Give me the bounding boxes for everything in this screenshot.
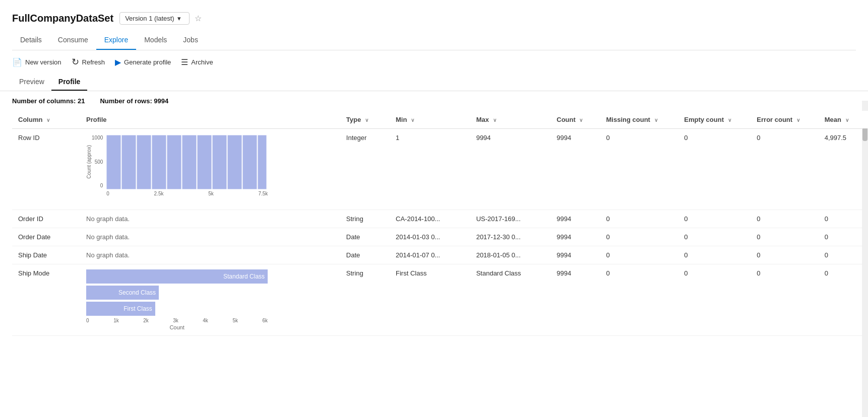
cell-max-orderid: US-2017-169... [470, 210, 551, 228]
tab-explore[interactable]: Explore [96, 31, 136, 50]
cell-min-orderid: CA-2014-100... [390, 210, 470, 228]
cell-missing-orderdate: 0 [600, 228, 678, 246]
cell-profile-shipdate: No graph data. [80, 246, 340, 264]
scrollbar[interactable] [862, 101, 868, 417]
col-header-count[interactable]: Count ∨ [550, 111, 600, 129]
cell-error-shipdate: 0 [751, 246, 818, 264]
y-label-0: 0 [92, 183, 103, 188]
tab-models[interactable]: Models [136, 31, 175, 50]
bar-label-second: Second Class [118, 289, 156, 296]
cell-column-orderdate: Order Date [12, 228, 80, 246]
tab-jobs[interactable]: Jobs [175, 31, 206, 50]
cell-mean-shipmode: 0 [819, 264, 868, 336]
cell-mean-shipdate: 0 [819, 246, 868, 264]
col-header-column[interactable]: Column ∨ [12, 111, 80, 129]
archive-button[interactable]: ☰ Archive [181, 57, 213, 67]
favorite-icon[interactable]: ☆ [195, 14, 202, 23]
archive-icon: ☰ [181, 57, 188, 67]
col-header-missing[interactable]: Missing count ∨ [600, 111, 678, 129]
cell-empty-orderdate: 0 [678, 228, 751, 246]
cell-empty-shipdate: 0 [678, 246, 751, 264]
y-axis-title: Count (approx) [86, 145, 92, 179]
sort-icon-empty: ∨ [728, 117, 731, 123]
svg-rect-7 [212, 135, 227, 189]
tab-consume[interactable]: Consume [50, 31, 96, 50]
app-title: FullCompanyDataSet [12, 13, 113, 24]
cell-mean-rowid: 4,997.5 [819, 129, 868, 210]
new-version-icon: 📄 [12, 57, 22, 67]
version-dropdown[interactable]: Version 1 (latest) ▾ [119, 12, 190, 25]
no-graph-label: No graph data. [86, 215, 130, 223]
cell-count-orderid: 9994 [550, 210, 600, 228]
generate-profile-button[interactable]: ▶ Generate profile [115, 57, 171, 67]
sub-tab-profile[interactable]: Profile [51, 74, 88, 91]
table-row: Ship Mode Standard Class Second Class [12, 264, 868, 336]
cell-max-rowid: 9994 [470, 129, 551, 210]
cell-missing-rowid: 0 [600, 129, 678, 210]
cell-max-orderdate: 2017-12-30 0... [470, 228, 551, 246]
nav-tabs: Details Consume Explore Models Jobs [12, 31, 856, 50]
cell-column-orderid: Order ID [12, 210, 80, 228]
x-axis-labels-shipmode: 0 1k 2k 3k 4k 5k 6k [86, 318, 268, 323]
col-header-error[interactable]: Error count ∨ [751, 111, 818, 129]
col-header-mean[interactable]: Mean ∨ [819, 111, 868, 129]
toolbar: 📄 New version ↻ Refresh ▶ Generate profi… [0, 50, 868, 74]
svg-rect-4 [167, 135, 181, 189]
cell-column-shipdate: Ship Date [12, 246, 80, 264]
sort-icon-count: ∨ [579, 117, 583, 123]
new-version-button[interactable]: 📄 New version [12, 57, 61, 67]
cell-min-orderdate: 2014-01-03 0... [390, 228, 470, 246]
svg-rect-8 [227, 135, 242, 189]
header: FullCompanyDataSet Version 1 (latest) ▾ … [0, 0, 868, 50]
bar-chart-shipmode: Standard Class Second Class Fi [86, 269, 268, 330]
sub-tab-preview[interactable]: Preview [12, 74, 51, 91]
no-graph-label: No graph data. [86, 233, 130, 241]
svg-rect-10 [258, 135, 267, 189]
cell-missing-orderid: 0 [600, 210, 678, 228]
col-header-empty[interactable]: Empty count ∨ [678, 111, 751, 129]
generate-icon: ▶ [115, 57, 121, 67]
cell-type-shipmode: String [340, 264, 390, 336]
cell-error-shipmode: 0 [751, 264, 818, 336]
bar-row-second: Second Class [86, 286, 268, 300]
histogram-rowid: Count (approx) 1000 500 0 [86, 134, 278, 204]
cell-column-rowid: Row ID [12, 129, 80, 210]
tab-details[interactable]: Details [12, 31, 50, 50]
histogram-svg [106, 134, 268, 189]
x-axis-title-shipmode: Count [86, 324, 268, 330]
col-header-type[interactable]: Type ∨ [340, 111, 390, 129]
y-label-500: 500 [92, 159, 103, 165]
cell-profile-shipmode: Standard Class Second Class Fi [80, 264, 340, 336]
refresh-button[interactable]: ↻ Refresh [72, 56, 105, 67]
cell-empty-shipmode: 0 [678, 264, 751, 336]
sort-icon-missing: ∨ [654, 117, 658, 123]
svg-rect-1 [121, 135, 136, 189]
col-header-min[interactable]: Min ∨ [390, 111, 470, 129]
sort-icon-column: ∨ [46, 117, 50, 123]
cell-profile-rowid: Count (approx) 1000 500 0 [80, 129, 340, 210]
svg-rect-6 [197, 135, 212, 189]
sort-icon-min: ∨ [411, 117, 414, 123]
cell-count-orderdate: 9994 [550, 228, 600, 246]
col-header-profile: Profile [80, 111, 340, 129]
cell-missing-shipdate: 0 [600, 246, 678, 264]
svg-rect-3 [152, 135, 166, 189]
refresh-icon: ↻ [72, 56, 79, 67]
cell-type-orderid: String [340, 210, 390, 228]
sort-icon-max: ∨ [493, 117, 497, 123]
no-graph-label: No graph data. [86, 251, 130, 259]
cell-type-rowid: Integer [340, 129, 390, 210]
cell-error-orderdate: 0 [751, 228, 818, 246]
bar-label-first: First Class [123, 305, 152, 312]
table-row: Order ID No graph data. String CA-2014-1… [12, 210, 868, 228]
cell-empty-rowid: 0 [678, 129, 751, 210]
cell-error-orderid: 0 [751, 210, 818, 228]
cell-min-shipdate: 2014-01-07 0... [390, 246, 470, 264]
data-table-container[interactable]: Column ∨ Profile Type ∨ Min ∨ Max ∨ [0, 111, 868, 417]
bar-label-standard: Standard Class [223, 273, 265, 280]
cell-count-rowid: 9994 [550, 129, 600, 210]
cell-type-shipdate: Date [340, 246, 390, 264]
cell-min-shipmode: First Class [390, 264, 470, 336]
col-header-max[interactable]: Max ∨ [470, 111, 551, 129]
cell-count-shipmode: 9994 [550, 264, 600, 336]
